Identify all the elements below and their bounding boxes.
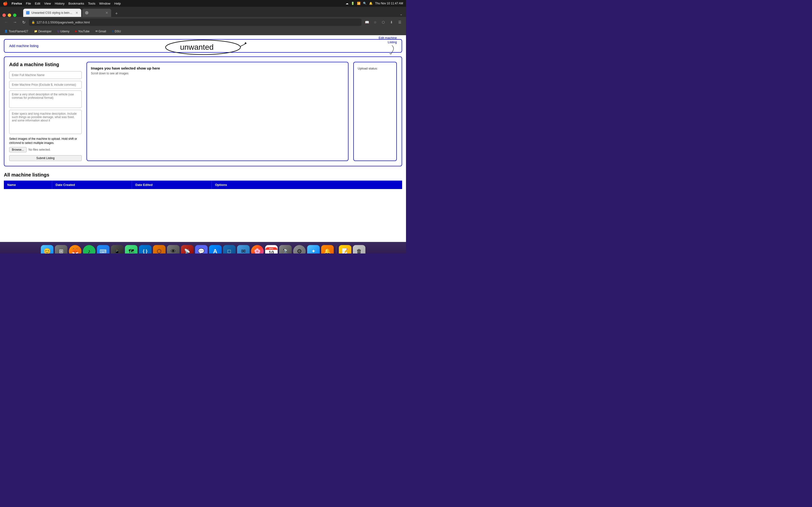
dock-item-xcode[interactable]: ⌨ xyxy=(97,245,109,254)
bookmarks-bar: 👤 ToxicFlame427 📁 Developer U Udemy ▶ Ad… xyxy=(0,27,406,35)
pocket-button[interactable]: ⬡ xyxy=(380,19,387,25)
dock-item-launchpad[interactable]: ⊞ xyxy=(55,245,67,254)
dock-item-gimp[interactable]: 👁 xyxy=(167,245,180,254)
photos-icon: 🌸 xyxy=(254,248,260,254)
address-text: 127.0.0.1:5500/pages/web_editor.html xyxy=(37,20,90,24)
dock-item-vlc[interactable]: 🔔 xyxy=(321,245,334,254)
apple-menu[interactable]: 🍎 xyxy=(3,1,8,6)
handwritten-annotation: unwanted xyxy=(157,37,249,56)
menu-button[interactable]: ☰ xyxy=(396,19,403,25)
bookmark-dsu[interactable]: D DSU xyxy=(110,29,122,34)
trash-icon: 🗑 xyxy=(356,248,362,254)
dock-item-preview[interactable]: 🔭 xyxy=(279,245,292,254)
calendar-day-icon: 10 xyxy=(268,250,274,254)
dock-item-firefox[interactable]: 🦊 xyxy=(69,245,82,254)
bookmark-youtube[interactable]: ▶ Add machine listing YouTube xyxy=(74,29,91,34)
menu-bookmarks[interactable]: Bookmarks xyxy=(68,2,84,5)
machine-name-input[interactable] xyxy=(9,71,82,79)
tab-active[interactable]: Unwanted CSS styling is being... ✕ xyxy=(23,9,81,17)
menu-window[interactable]: Window xyxy=(99,2,110,5)
dock-item-spotify[interactable]: ♪ xyxy=(83,245,95,254)
folder-icon: 📁 xyxy=(34,30,38,33)
dock-item-cleanmymac[interactable]: ✦ xyxy=(307,245,320,254)
bookmark-gmail[interactable]: ✉ Gmail xyxy=(94,29,108,34)
submit-listing-button[interactable]: Submit Listing xyxy=(9,155,82,161)
navbar: ← → ↻ 🔒 127.0.0.1:5500/pages/web_editor.… xyxy=(0,17,406,27)
traffic-lights xyxy=(2,13,16,17)
table-header: Name Date Created Date Edited Options xyxy=(4,181,402,189)
menu-file[interactable]: File xyxy=(26,2,31,5)
dock-item-maps[interactable]: 🗺 xyxy=(125,245,138,254)
discord-icon: 💬 xyxy=(198,248,204,254)
bookmark-udemy[interactable]: U Udemy xyxy=(56,29,71,34)
tab-inactive[interactable]: ✕ xyxy=(82,9,111,17)
back-button[interactable]: ← xyxy=(3,19,10,25)
close-window-button[interactable] xyxy=(2,13,6,17)
forward-button[interactable]: → xyxy=(12,19,18,25)
dock-item-mail[interactable]: ✉ xyxy=(237,245,250,254)
dock-item-calendar[interactable]: NOV 10 xyxy=(265,245,278,254)
form-title: Add a machine listing xyxy=(9,62,82,67)
form-column: Add a machine listing Select images of t… xyxy=(9,62,82,161)
dock-item-appstore[interactable]: A xyxy=(209,245,221,254)
bookmark-developer[interactable]: 📁 Developer xyxy=(33,29,53,34)
notification-icon[interactable]: 🔔 xyxy=(369,2,373,5)
search-icon[interactable]: 🔍 xyxy=(363,2,367,5)
bookmark-udemy-label: Udemy xyxy=(60,30,69,33)
tab-close-button[interactable]: ✕ xyxy=(75,11,78,15)
add-machine-listing-link[interactable]: Add machine listing xyxy=(9,44,39,48)
bookmark-toxicflame[interactable]: 👤 ToxicFlame427 xyxy=(3,29,30,34)
machine-price-input[interactable] xyxy=(9,81,82,89)
dock-item-photos[interactable]: 🌸 xyxy=(251,245,264,254)
site-header: Add machine listing unwanted Edit machin… xyxy=(4,39,402,53)
minimize-window-button[interactable] xyxy=(8,13,11,17)
gmail-icon: ✉ xyxy=(95,30,98,33)
dock-item-finder[interactable]: 😊 xyxy=(41,245,53,254)
tab-list-button[interactable]: ⌄ xyxy=(399,11,404,17)
virtualbox-icon: □ xyxy=(227,248,231,254)
column-options: Options xyxy=(212,181,402,189)
menu-view[interactable]: View xyxy=(44,2,51,5)
dock-item-vscode[interactable]: { } xyxy=(139,245,152,254)
menu-help[interactable]: Help xyxy=(114,2,121,5)
security-icon: 🔒 xyxy=(32,20,35,24)
menu-tools[interactable]: Tools xyxy=(88,2,95,5)
browse-button[interactable]: Browse... xyxy=(9,147,27,152)
dock-item-trash[interactable]: 🗑 xyxy=(353,245,365,254)
edit-machine-listing-link[interactable]: Edit machine Listing xyxy=(379,36,397,44)
udemy-icon: U xyxy=(57,30,59,33)
filezilla-icon: 📡 xyxy=(184,248,190,254)
dock-item-blender[interactable]: ⬡ xyxy=(153,245,165,254)
no-files-label: No files selected. xyxy=(29,148,51,151)
bookmark-youtube-text: YouTube xyxy=(78,30,89,33)
tab-inactive-close[interactable]: ✕ xyxy=(105,11,108,15)
bookmark-developer-label: Developer xyxy=(39,30,52,33)
long-description-input[interactable] xyxy=(9,110,82,134)
column-date-created: Date Created xyxy=(52,181,132,189)
menu-history[interactable]: History xyxy=(55,2,64,5)
reload-button[interactable]: ↻ xyxy=(20,19,27,25)
short-description-input[interactable] xyxy=(9,91,82,108)
dock-item-notes[interactable]: 📝 xyxy=(339,245,351,254)
dock-item-discord[interactable]: 💬 xyxy=(195,245,208,254)
simulator-icon: 📱 xyxy=(114,248,120,254)
column-name: Name xyxy=(4,181,52,189)
bookmark-button[interactable]: ☆ xyxy=(372,19,378,25)
dock-item-virtualbox[interactable]: □ xyxy=(223,245,236,254)
app-name[interactable]: Firefox xyxy=(12,2,22,5)
dock-item-sysprefs[interactable]: ⚙ xyxy=(293,245,306,254)
spotify-icon: ♪ xyxy=(88,248,91,254)
new-tab-button[interactable]: + xyxy=(113,10,120,17)
address-bar[interactable]: 🔒 127.0.0.1:5500/pages/web_editor.html xyxy=(29,18,361,26)
maximize-window-button[interactable] xyxy=(13,13,16,17)
cleanmymac-icon: ✦ xyxy=(311,248,316,254)
dock-item-simulator[interactable]: 📱 xyxy=(111,245,123,254)
annotation-arrow xyxy=(385,44,397,56)
page-content: Add machine listing unwanted Edit machin… xyxy=(0,35,406,242)
menu-edit[interactable]: Edit xyxy=(35,2,40,5)
images-panel-title: Images you have selected show up here xyxy=(91,66,344,70)
dock-item-filezilla[interactable]: 📡 xyxy=(181,245,194,254)
download-button[interactable]: ⬇ xyxy=(388,19,395,25)
reader-view-button[interactable]: 📖 xyxy=(363,19,370,25)
file-input-row: Browse... No files selected. xyxy=(9,147,82,152)
